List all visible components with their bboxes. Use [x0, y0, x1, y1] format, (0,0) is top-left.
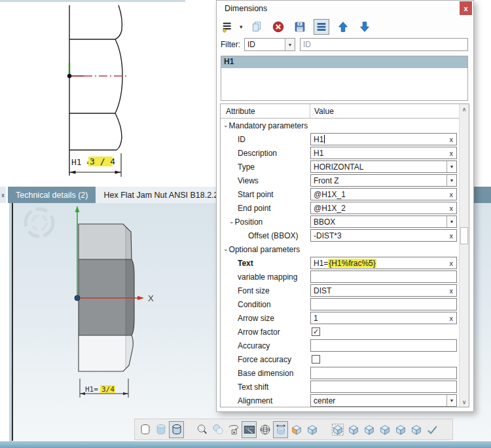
table-row: TypeHORIZONTAL▼: [221, 160, 459, 174]
value-text: center: [314, 396, 335, 405]
clear-field-icon[interactable]: x: [446, 314, 457, 322]
zoom-button[interactable]: [194, 421, 209, 438]
table-scrollbar[interactable]: ∧ ∨: [459, 104, 469, 407]
value-text: @H1X_1: [314, 190, 346, 199]
dimensions-dialog: Dimensions x ▾ Filter: ID ▼ H1 Attribute…: [216, 0, 474, 412]
value-text: BBOX: [314, 217, 335, 227]
chevron-down-icon[interactable]: ▼: [446, 216, 456, 227]
value-input[interactable]: H1={H1%frac%5}x: [310, 257, 457, 269]
value-text: HORIZONTAL: [314, 162, 363, 172]
move-up-button[interactable]: [335, 19, 351, 35]
attribute-label: Optional parameters: [229, 245, 300, 254]
filter-row: Filter: ID ▼: [221, 37, 468, 52]
move-down-button[interactable]: [357, 19, 373, 35]
scrollbar-thumb[interactable]: [460, 227, 468, 244]
value-input[interactable]: H1x: [310, 133, 457, 145]
value-input[interactable]: @H1X_2x: [310, 202, 457, 214]
left-margin: [0, 203, 9, 442]
table-row: Force accuracy: [221, 352, 459, 366]
value-input[interactable]: [310, 271, 457, 283]
dimension-label-3d: H1=: [85, 385, 98, 394]
hex-nut-2d-drawing: H1 = 3 / 4: [0, 0, 216, 187]
value-select[interactable]: HORIZONTAL▼: [310, 160, 457, 173]
watermark-logo-icon: [26, 209, 53, 236]
transparency-button[interactable]: [210, 421, 225, 438]
chevron-down-icon[interactable]: ⌄: [223, 122, 228, 128]
value-text: H1={H1%frac%5}: [314, 259, 376, 268]
shaded-display-button[interactable]: [153, 421, 168, 438]
filter-input[interactable]: [300, 38, 468, 51]
table-row: Font sizeDISTx: [221, 284, 459, 297]
value-select[interactable]: Front Z▼: [310, 174, 457, 187]
value-text: DIST: [314, 286, 331, 295]
value-input[interactable]: @H1X_1x: [310, 188, 457, 200]
iso-view-3-button[interactable]: [377, 421, 392, 438]
close-button[interactable]: x: [460, 1, 472, 15]
menu-button[interactable]: [221, 19, 236, 35]
table-row: Text shift: [221, 380, 459, 394]
value-input[interactable]: [310, 367, 457, 379]
chevron-down-icon[interactable]: ▾: [240, 24, 243, 30]
face-view-button[interactable]: [330, 421, 345, 438]
fit-view-button[interactable]: [273, 421, 288, 438]
chevron-down-icon[interactable]: ▼: [446, 175, 456, 186]
clear-field-icon[interactable]: x: [446, 204, 457, 212]
value-input[interactable]: [310, 298, 457, 310]
iso-view-2-button[interactable]: [361, 421, 376, 438]
iso-view-1-button[interactable]: [346, 421, 361, 438]
table-row: Arrow factor✓: [221, 325, 459, 339]
value-input[interactable]: 1x: [310, 312, 457, 324]
solid-view-button[interactable]: [289, 421, 304, 438]
table-row: Alignmentcenter▼: [221, 394, 459, 407]
chevron-down-icon[interactable]: ▼: [446, 161, 456, 172]
attribute-label: Arrow factor: [238, 327, 280, 337]
iso-view-5-button[interactable]: [409, 421, 424, 438]
value-select[interactable]: BBOX▼: [310, 215, 457, 228]
chevron-down-icon[interactable]: ▼: [285, 39, 295, 50]
edge-tab[interactable]: x: [0, 187, 8, 203]
rotate-view-button[interactable]: [226, 421, 241, 438]
value-select[interactable]: center▼: [310, 394, 457, 407]
wireframe-display-button[interactable]: [137, 421, 153, 438]
list-item[interactable]: H1: [221, 56, 467, 68]
attribute-label: Type: [238, 162, 255, 172]
wireframe-sphere-button[interactable]: [257, 421, 272, 438]
value-input[interactable]: [310, 381, 457, 393]
tab-technical-details[interactable]: Technical details (2): [8, 187, 96, 203]
clear-field-icon[interactable]: x: [446, 191, 457, 198]
scroll-down-icon[interactable]: ∨: [460, 397, 469, 407]
clear-field-icon[interactable]: x: [446, 287, 457, 295]
transparent-view-button[interactable]: [304, 421, 319, 438]
delete-button[interactable]: [270, 19, 286, 35]
chevron-down-icon[interactable]: ⌄: [229, 218, 234, 225]
value-input[interactable]: -DIST*3x: [310, 229, 457, 242]
iso-view-4-button[interactable]: [393, 421, 408, 438]
clear-field-icon[interactable]: x: [446, 232, 457, 240]
confirm-button[interactable]: [424, 421, 439, 438]
value-text: H1: [314, 135, 323, 144]
view-toolbar: [134, 419, 453, 440]
save-button[interactable]: [292, 19, 308, 35]
copy-button[interactable]: [249, 19, 264, 35]
chevron-down-icon[interactable]: ⌄: [223, 246, 228, 252]
attribute-table: Attribute Value ⌄Mandatory parametersIDH…: [220, 103, 469, 407]
value-input[interactable]: H1x: [310, 147, 457, 159]
checkbox[interactable]: [312, 355, 320, 364]
attribute-column-header: Attribute: [221, 104, 310, 118]
clear-field-icon[interactable]: x: [446, 149, 457, 157]
chevron-down-icon[interactable]: ▼: [446, 395, 456, 406]
table-row: variable mapping: [221, 270, 459, 284]
scroll-up-icon[interactable]: ∧: [460, 104, 469, 114]
shaded-edges-display-button[interactable]: [169, 421, 184, 438]
filter-label: Filter:: [221, 40, 244, 49]
clear-field-icon[interactable]: x: [446, 259, 457, 267]
attribute-label: Accuracy: [238, 341, 270, 350]
value-input[interactable]: DISTx: [310, 284, 457, 297]
filter-type-select[interactable]: ID ▼: [244, 38, 295, 51]
checkbox[interactable]: ✓: [312, 327, 320, 336]
value-input[interactable]: [310, 339, 457, 352]
value-text: Front Z: [314, 176, 339, 185]
list-view-button[interactable]: [314, 19, 329, 35]
clear-field-icon[interactable]: x: [446, 136, 457, 143]
zoom-window-button[interactable]: [242, 421, 257, 438]
